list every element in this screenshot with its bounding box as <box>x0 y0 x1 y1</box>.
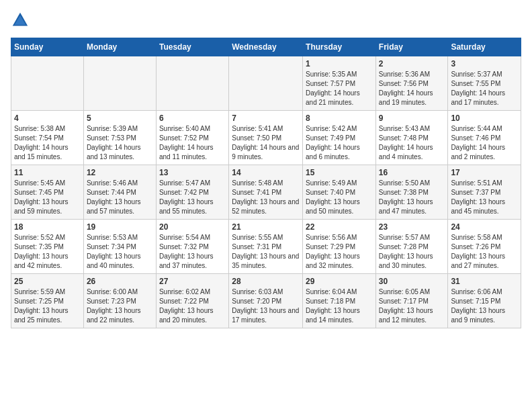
day-cell: 27Sunrise: 6:02 AM Sunset: 7:22 PM Dayli… <box>156 274 228 328</box>
day-info: Sunrise: 5:47 AM Sunset: 7:42 PM Dayligh… <box>159 179 226 216</box>
day-info: Sunrise: 5:45 AM Sunset: 7:45 PM Dayligh… <box>14 179 81 216</box>
day-cell: 15Sunrise: 5:49 AM Sunset: 7:40 PM Dayli… <box>303 165 376 220</box>
day-number: 21 <box>232 222 300 232</box>
day-cell: 10Sunrise: 5:44 AM Sunset: 7:46 PM Dayli… <box>448 111 521 165</box>
day-info: Sunrise: 6:03 AM Sunset: 7:20 PM Dayligh… <box>232 287 300 325</box>
day-number: 16 <box>379 168 445 177</box>
day-cell: 28Sunrise: 6:03 AM Sunset: 7:20 PM Dayli… <box>229 274 303 328</box>
day-number: 24 <box>451 222 518 232</box>
day-info: Sunrise: 6:05 AM Sunset: 7:17 PM Dayligh… <box>379 287 445 325</box>
day-number: 26 <box>87 277 153 286</box>
day-info: Sunrise: 6:06 AM Sunset: 7:15 PM Dayligh… <box>451 287 518 325</box>
day-cell: 4Sunrise: 5:38 AM Sunset: 7:54 PM Daylig… <box>11 111 84 165</box>
day-cell: 20Sunrise: 5:54 AM Sunset: 7:32 PM Dayli… <box>156 220 228 274</box>
day-number: 25 <box>14 277 81 286</box>
week-row-1: 4Sunrise: 5:38 AM Sunset: 7:54 PM Daylig… <box>11 111 521 165</box>
day-number: 6 <box>159 113 226 123</box>
header-day-thursday: Thursday <box>303 38 376 56</box>
page-header <box>11 11 521 30</box>
day-info: Sunrise: 5:57 AM Sunset: 7:28 PM Dayligh… <box>379 233 445 271</box>
day-number: 13 <box>159 168 226 177</box>
day-cell <box>83 56 156 111</box>
day-info: Sunrise: 5:36 AM Sunset: 7:56 PM Dayligh… <box>379 70 445 107</box>
day-cell: 18Sunrise: 5:52 AM Sunset: 7:35 PM Dayli… <box>11 220 84 274</box>
header-day-friday: Friday <box>375 38 448 56</box>
day-number: 22 <box>306 222 373 232</box>
day-number: 9 <box>379 113 445 123</box>
day-number: 10 <box>451 113 518 123</box>
day-info: Sunrise: 5:53 AM Sunset: 7:34 PM Dayligh… <box>87 233 153 271</box>
day-number: 2 <box>379 59 445 68</box>
day-info: Sunrise: 5:39 AM Sunset: 7:53 PM Dayligh… <box>87 124 153 162</box>
day-info: Sunrise: 5:59 AM Sunset: 7:25 PM Dayligh… <box>14 287 81 325</box>
week-row-2: 11Sunrise: 5:45 AM Sunset: 7:45 PM Dayli… <box>11 165 521 220</box>
day-info: Sunrise: 5:46 AM Sunset: 7:44 PM Dayligh… <box>87 179 153 216</box>
day-info: Sunrise: 6:02 AM Sunset: 7:22 PM Dayligh… <box>159 287 226 325</box>
day-cell: 24Sunrise: 5:58 AM Sunset: 7:26 PM Dayli… <box>448 220 521 274</box>
day-number: 5 <box>87 113 153 123</box>
day-number: 18 <box>14 222 81 232</box>
day-number: 14 <box>232 168 300 177</box>
day-cell: 31Sunrise: 6:06 AM Sunset: 7:15 PM Dayli… <box>448 274 521 328</box>
header-day-sunday: Sunday <box>11 38 84 56</box>
day-info: Sunrise: 5:58 AM Sunset: 7:26 PM Dayligh… <box>451 233 518 271</box>
day-cell <box>11 56 84 111</box>
day-info: Sunrise: 5:40 AM Sunset: 7:52 PM Dayligh… <box>159 124 226 162</box>
day-cell: 21Sunrise: 5:55 AM Sunset: 7:31 PM Dayli… <box>229 220 303 274</box>
day-cell: 23Sunrise: 5:57 AM Sunset: 7:28 PM Dayli… <box>375 220 448 274</box>
day-number: 28 <box>232 277 300 286</box>
day-info: Sunrise: 5:56 AM Sunset: 7:29 PM Dayligh… <box>306 233 373 271</box>
header-day-saturday: Saturday <box>448 38 521 56</box>
day-number: 15 <box>306 168 373 177</box>
day-info: Sunrise: 5:51 AM Sunset: 7:37 PM Dayligh… <box>451 179 518 216</box>
day-number: 19 <box>87 222 153 232</box>
day-number: 11 <box>14 168 81 177</box>
day-number: 3 <box>451 59 518 68</box>
day-cell: 26Sunrise: 6:00 AM Sunset: 7:23 PM Dayli… <box>83 274 156 328</box>
week-row-3: 18Sunrise: 5:52 AM Sunset: 7:35 PM Dayli… <box>11 220 521 274</box>
day-cell: 3Sunrise: 5:37 AM Sunset: 7:55 PM Daylig… <box>448 56 521 111</box>
day-number: 4 <box>14 113 81 123</box>
day-cell: 22Sunrise: 5:56 AM Sunset: 7:29 PM Dayli… <box>303 220 376 274</box>
day-number: 20 <box>159 222 226 232</box>
day-cell: 13Sunrise: 5:47 AM Sunset: 7:42 PM Dayli… <box>156 165 228 220</box>
day-cell: 6Sunrise: 5:40 AM Sunset: 7:52 PM Daylig… <box>156 111 228 165</box>
day-number: 31 <box>451 277 518 286</box>
day-number: 8 <box>306 113 373 123</box>
day-cell: 8Sunrise: 5:42 AM Sunset: 7:49 PM Daylig… <box>303 111 376 165</box>
day-cell: 12Sunrise: 5:46 AM Sunset: 7:44 PM Dayli… <box>83 165 156 220</box>
day-cell: 2Sunrise: 5:36 AM Sunset: 7:56 PM Daylig… <box>375 56 448 111</box>
day-number: 29 <box>306 277 373 286</box>
day-info: Sunrise: 5:41 AM Sunset: 7:50 PM Dayligh… <box>232 124 300 162</box>
day-number: 27 <box>159 277 226 286</box>
day-info: Sunrise: 5:42 AM Sunset: 7:49 PM Dayligh… <box>306 124 373 162</box>
week-row-0: 1Sunrise: 5:35 AM Sunset: 7:57 PM Daylig… <box>11 56 521 111</box>
day-cell: 29Sunrise: 6:04 AM Sunset: 7:18 PM Dayli… <box>303 274 376 328</box>
day-cell: 1Sunrise: 5:35 AM Sunset: 7:57 PM Daylig… <box>303 56 376 111</box>
header-day-monday: Monday <box>83 38 156 56</box>
calendar-table: SundayMondayTuesdayWednesdayThursdayFrid… <box>11 38 521 328</box>
logo-icon <box>11 11 30 30</box>
day-number: 7 <box>232 113 300 123</box>
day-number: 1 <box>306 59 373 68</box>
logo <box>11 11 31 30</box>
day-number: 12 <box>87 168 153 177</box>
week-row-4: 25Sunrise: 5:59 AM Sunset: 7:25 PM Dayli… <box>11 274 521 328</box>
header-day-tuesday: Tuesday <box>156 38 228 56</box>
day-cell: 5Sunrise: 5:39 AM Sunset: 7:53 PM Daylig… <box>83 111 156 165</box>
day-info: Sunrise: 5:43 AM Sunset: 7:48 PM Dayligh… <box>379 124 445 162</box>
day-info: Sunrise: 5:38 AM Sunset: 7:54 PM Dayligh… <box>14 124 81 162</box>
day-info: Sunrise: 6:00 AM Sunset: 7:23 PM Dayligh… <box>87 287 153 325</box>
day-cell <box>156 56 228 111</box>
day-number: 17 <box>451 168 518 177</box>
day-cell: 30Sunrise: 6:05 AM Sunset: 7:17 PM Dayli… <box>375 274 448 328</box>
day-cell: 11Sunrise: 5:45 AM Sunset: 7:45 PM Dayli… <box>11 165 84 220</box>
day-info: Sunrise: 6:04 AM Sunset: 7:18 PM Dayligh… <box>306 287 373 325</box>
header-day-wednesday: Wednesday <box>229 38 303 56</box>
day-cell: 7Sunrise: 5:41 AM Sunset: 7:50 PM Daylig… <box>229 111 303 165</box>
day-cell: 16Sunrise: 5:50 AM Sunset: 7:38 PM Dayli… <box>375 165 448 220</box>
day-info: Sunrise: 5:52 AM Sunset: 7:35 PM Dayligh… <box>14 233 81 271</box>
day-cell <box>229 56 303 111</box>
day-cell: 25Sunrise: 5:59 AM Sunset: 7:25 PM Dayli… <box>11 274 84 328</box>
day-info: Sunrise: 5:37 AM Sunset: 7:55 PM Dayligh… <box>451 70 518 107</box>
